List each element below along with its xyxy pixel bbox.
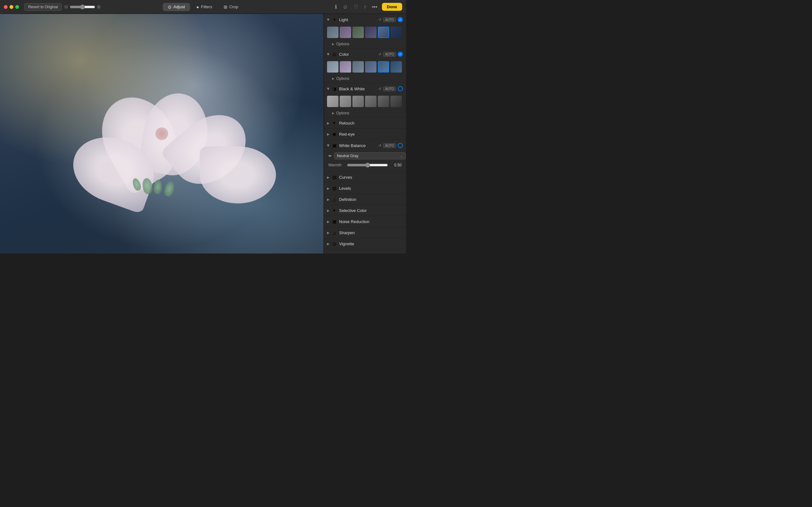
bw-revert-icon[interactable]: ↺ <box>378 87 381 91</box>
retouch-section: ▶ ✦ Retouch <box>324 118 406 129</box>
light-thumb-3[interactable] <box>352 26 364 38</box>
noise-reduction-chevron: ▶ <box>327 220 329 223</box>
info-button[interactable]: ℹ <box>334 3 338 11</box>
light-header[interactable]: ▶ ☀ Light ↺ AUTO ✓ <box>324 14 406 25</box>
definition-chevron: ▶ <box>327 198 329 201</box>
selective-color-header[interactable]: ▶ ✦ Selective Color <box>324 205 406 216</box>
retouch-label: Retouch <box>339 121 403 125</box>
color-thumb-6[interactable] <box>391 61 402 72</box>
light-thumb-5[interactable] <box>378 26 389 38</box>
sharpen-header[interactable]: ▶ △ Sharpen <box>324 227 406 238</box>
definition-header[interactable]: ▶ △ Definition <box>324 194 406 205</box>
done-button[interactable]: Done <box>382 3 403 11</box>
levels-header[interactable]: ▶ ▥ Levels <box>324 183 406 193</box>
tab-crop-label: Crop <box>229 4 238 9</box>
window-controls <box>4 5 19 9</box>
light-thumb-4[interactable] <box>365 26 376 38</box>
curves-icon: ▤ <box>332 175 337 180</box>
revert-button[interactable]: Revert to Original <box>24 3 62 11</box>
wb-section: ▶ ▣ White Balance ↺ AUTO ✒ Neutral Gray … <box>324 140 406 172</box>
retouch-chevron: ▶ <box>327 121 329 125</box>
light-revert-icon[interactable]: ↺ <box>378 18 381 22</box>
toolbar: Revert to Original ⊟ ⊞ ⊙ Adjust ● Filter… <box>0 0 406 14</box>
wb-revert-icon[interactable]: ↺ <box>378 144 381 148</box>
redeye-header[interactable]: ▶ ◉ Red-eye <box>324 129 406 139</box>
color-thumb-4[interactable] <box>365 61 376 72</box>
light-options-label: Options <box>336 42 349 46</box>
color-options-row[interactable]: ▶ Options <box>324 75 406 83</box>
noise-reduction-label: Noise Reduction <box>339 219 403 224</box>
petal-5 <box>200 147 276 204</box>
photo-area <box>0 14 323 253</box>
bw-header[interactable]: ▶ ◑ Black & White ↺ AUTO <box>324 83 406 95</box>
bw-auto-badge[interactable]: AUTO <box>383 87 396 91</box>
color-revert-icon[interactable]: ↺ <box>378 52 381 56</box>
color-section: ▶ ◎ Color ↺ AUTO ✓ ▶ Options <box>324 49 406 83</box>
definition-section: ▶ △ Definition <box>324 194 406 205</box>
minimize-button[interactable] <box>9 5 13 9</box>
wb-dropdown[interactable]: Neutral Gray <box>334 153 406 159</box>
bw-options-row[interactable]: ▶ Options <box>324 110 406 117</box>
bw-chevron: ▶ <box>327 88 330 90</box>
color-chevron: ▶ <box>327 53 330 55</box>
color-controls: ↺ AUTO ✓ <box>378 52 403 57</box>
curves-header[interactable]: ▶ ▤ Curves <box>324 172 406 182</box>
bw-toggle[interactable] <box>398 86 403 91</box>
maximize-button[interactable] <box>15 5 19 9</box>
noise-reduction-header[interactable]: ▶ ▦ Noise Reduction <box>324 216 406 227</box>
zoom-out-icon: ⊟ <box>64 4 68 9</box>
bw-thumb-2[interactable] <box>340 96 351 107</box>
bw-controls: ↺ AUTO <box>378 86 403 91</box>
wb-toggle[interactable] <box>398 143 403 148</box>
eyedropper-icon[interactable]: ✒ <box>328 153 332 158</box>
tab-crop[interactable]: ⊞ Crop <box>218 3 243 11</box>
retouch-header[interactable]: ▶ ✦ Retouch <box>324 118 406 128</box>
adjust-icon: ⊙ <box>168 4 171 9</box>
tab-adjust-label: Adjust <box>173 4 185 9</box>
heart-button[interactable]: ♡ <box>352 3 359 11</box>
sharpen-icon: △ <box>332 230 337 235</box>
wb-content: ✒ Neutral Gray ⌄ Warmth 0.50 <box>324 151 406 171</box>
color-thumb-2[interactable] <box>340 61 351 72</box>
face-button[interactable]: ☺ <box>341 3 349 11</box>
bw-thumbnails <box>324 95 406 110</box>
more-button[interactable]: ••• <box>371 3 379 11</box>
redeye-section: ▶ ◉ Red-eye <box>324 129 406 140</box>
share-button[interactable]: ↑ <box>362 3 368 11</box>
light-thumb-1[interactable] <box>327 26 339 38</box>
color-check[interactable]: ✓ <box>398 52 403 57</box>
definition-label: Definition <box>339 197 403 202</box>
color-thumb-1[interactable] <box>327 61 339 72</box>
filters-icon: ● <box>196 4 199 9</box>
light-check[interactable]: ✓ <box>398 17 403 22</box>
light-controls: ↺ AUTO ✓ <box>378 17 403 22</box>
wb-auto-badge[interactable]: AUTO <box>383 143 396 148</box>
color-icon: ◎ <box>332 52 337 57</box>
color-thumb-5[interactable] <box>378 61 389 72</box>
bw-thumb-4[interactable] <box>365 96 376 107</box>
light-thumb-2[interactable] <box>340 26 351 38</box>
light-auto-badge[interactable]: AUTO <box>383 17 396 22</box>
color-header[interactable]: ▶ ◎ Color ↺ AUTO ✓ <box>324 49 406 60</box>
toolbar-left: Revert to Original ⊟ ⊞ <box>4 3 160 11</box>
warmth-slider[interactable] <box>347 163 388 168</box>
bw-thumb-5[interactable] <box>378 96 389 107</box>
retouch-icon: ✦ <box>332 120 337 125</box>
tab-filters[interactable]: ● Filters <box>191 3 217 11</box>
light-thumb-6[interactable] <box>391 26 402 38</box>
color-thumb-3[interactable] <box>352 61 364 72</box>
vignette-header[interactable]: ▶ ◎ Vignette <box>324 238 406 249</box>
bw-thumb-3[interactable] <box>352 96 364 107</box>
tab-adjust[interactable]: ⊙ Adjust <box>163 3 190 11</box>
wb-dropdown-row: ✒ Neutral Gray ⌄ <box>327 153 403 159</box>
bw-thumb-1[interactable] <box>327 96 339 107</box>
levels-icon: ▥ <box>332 186 337 191</box>
close-button[interactable] <box>4 5 8 9</box>
wb-controls: ↺ AUTO <box>378 143 403 148</box>
light-options-row[interactable]: ▶ Options <box>324 41 406 48</box>
wb-header[interactable]: ▶ ▣ White Balance ↺ AUTO <box>324 140 406 151</box>
curves-chevron: ▶ <box>327 176 329 179</box>
color-auto-badge[interactable]: AUTO <box>383 52 396 57</box>
zoom-slider[interactable] <box>70 4 95 9</box>
bw-thumb-6[interactable] <box>391 96 402 107</box>
